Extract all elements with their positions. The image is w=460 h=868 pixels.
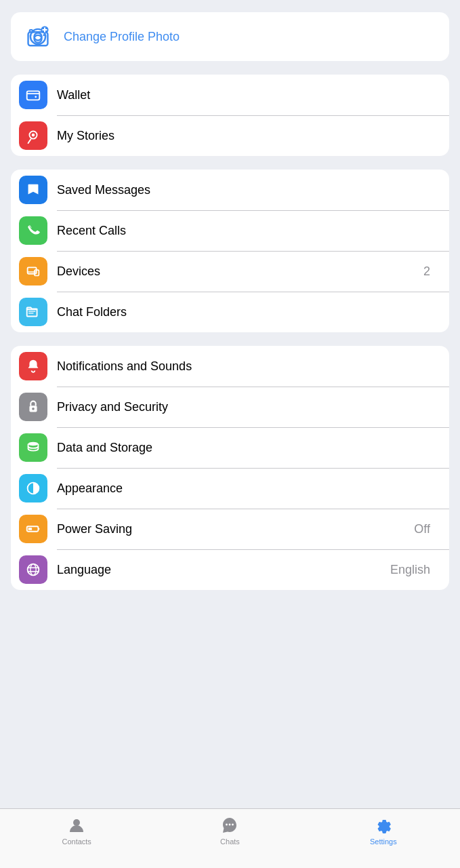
- tab-bar: Contacts Chats Settings: [0, 808, 460, 868]
- language-label: Language: [57, 563, 390, 577]
- chevron-right-icon: [433, 226, 438, 235]
- tab-contacts[interactable]: Contacts: [0, 816, 153, 846]
- phone-icon-wrap: [19, 216, 47, 245]
- globe-icon-wrap: [19, 555, 47, 584]
- phone-icon: [24, 222, 42, 239]
- menu-item-power-saving[interactable]: Power SavingOff: [11, 509, 449, 549]
- svg-point-28: [226, 824, 228, 826]
- power-saving-value: Off: [414, 522, 430, 536]
- devices-value: 2: [423, 264, 430, 279]
- wallet-icon-wrap: [19, 81, 47, 109]
- menu-item-wallet[interactable]: Wallet: [11, 75, 449, 115]
- change-profile-photo-button[interactable]: Change Profile Photo: [11, 12, 449, 61]
- stories-icon-wrap: [19, 121, 47, 150]
- contacts-icon: [67, 816, 86, 835]
- svg-point-19: [28, 442, 39, 446]
- bookmark-icon-wrap: [19, 176, 47, 204]
- chevron-right-icon: [433, 443, 438, 452]
- tab-chats-label: Chats: [220, 837, 240, 846]
- group2-card: Saved MessagesRecent CallsDevices2Chat F…: [11, 170, 449, 332]
- tab-contacts-label: Contacts: [62, 837, 91, 846]
- menu-item-recent-calls[interactable]: Recent Calls: [11, 210, 449, 251]
- bell-icon: [24, 357, 42, 375]
- svg-point-29: [229, 824, 231, 826]
- svg-point-18: [32, 408, 35, 410]
- folders-icon: [24, 303, 42, 321]
- svg-rect-10: [27, 91, 40, 100]
- chevron-right-icon: [433, 361, 438, 371]
- settings-icon: [374, 816, 393, 835]
- chats-icon: [220, 816, 239, 835]
- svg-point-30: [232, 824, 234, 826]
- database-icon: [24, 439, 42, 456]
- chevron-right-icon: [433, 402, 438, 412]
- svg-rect-22: [28, 528, 33, 530]
- tab-settings[interactable]: Settings: [307, 816, 460, 846]
- menu-item-notifications[interactable]: Notifications and Sounds: [11, 346, 449, 387]
- wallet-icon: [24, 86, 42, 104]
- battery-icon-wrap: [19, 515, 47, 543]
- chevron-right-icon: [433, 185, 438, 195]
- bookmark-icon: [24, 181, 42, 199]
- bell-icon-wrap: [19, 352, 47, 380]
- svg-point-6: [43, 34, 45, 36]
- menu-item-privacy-security[interactable]: Privacy and Security: [11, 387, 449, 427]
- battery-icon: [24, 520, 42, 538]
- chevron-right-icon: [433, 90, 438, 100]
- data-storage-label: Data and Storage: [57, 441, 433, 455]
- my-stories-label: My Stories: [57, 129, 433, 143]
- devices-icon-wrap: [19, 257, 47, 285]
- folders-icon-wrap: [19, 298, 47, 326]
- svg-point-11: [35, 96, 37, 98]
- halfcircle-icon-wrap: [19, 474, 47, 502]
- stories-icon: [24, 127, 42, 144]
- chevron-right-icon: [433, 484, 438, 493]
- chevron-right-icon: [433, 307, 438, 317]
- language-value: English: [390, 563, 430, 577]
- chevron-right-icon: [433, 565, 438, 574]
- devices-icon: [24, 262, 42, 280]
- chevron-right-icon: [433, 267, 438, 276]
- svg-point-23: [28, 564, 39, 576]
- chevron-right-icon: [433, 131, 438, 140]
- devices-label: Devices: [57, 264, 423, 279]
- scroll-area: Change Profile Photo WalletMy Stories Sa…: [0, 0, 460, 868]
- svg-point-24: [30, 564, 36, 576]
- halfcircle-icon: [24, 479, 42, 497]
- chat-folders-label: Chat Folders: [57, 305, 433, 319]
- globe-icon: [24, 561, 42, 578]
- menu-item-appearance[interactable]: Appearance: [11, 468, 449, 509]
- recent-calls-label: Recent Calls: [57, 224, 433, 238]
- svg-point-13: [32, 134, 35, 137]
- menu-item-language[interactable]: LanguageEnglish: [11, 549, 449, 590]
- tab-chats[interactable]: Chats: [153, 816, 306, 846]
- menu-item-my-stories[interactable]: My Stories: [11, 115, 449, 156]
- chevron-right-icon: [433, 524, 438, 534]
- database-icon-wrap: [19, 433, 47, 462]
- lock-icon: [24, 398, 42, 416]
- group1-card: WalletMy Stories: [11, 75, 449, 156]
- menu-item-data-storage[interactable]: Data and Storage: [11, 427, 449, 468]
- tab-settings-label: Settings: [370, 837, 397, 846]
- lock-icon-wrap: [19, 393, 47, 421]
- camera-icon: [22, 20, 54, 53]
- svg-point-27: [73, 819, 80, 826]
- change-profile-photo-label: Change Profile Photo: [64, 30, 180, 44]
- privacy-security-label: Privacy and Security: [57, 400, 433, 414]
- group3-card: Notifications and SoundsPrivacy and Secu…: [11, 346, 449, 590]
- wallet-label: Wallet: [57, 88, 433, 102]
- menu-item-devices[interactable]: Devices2: [11, 251, 449, 292]
- menu-item-chat-folders[interactable]: Chat Folders: [11, 292, 449, 332]
- power-saving-label: Power Saving: [57, 522, 414, 536]
- change-profile-photo-card: Change Profile Photo: [11, 12, 449, 61]
- menu-item-saved-messages[interactable]: Saved Messages: [11, 170, 449, 210]
- notifications-label: Notifications and Sounds: [57, 359, 433, 374]
- saved-messages-label: Saved Messages: [57, 183, 433, 197]
- appearance-label: Appearance: [57, 481, 433, 496]
